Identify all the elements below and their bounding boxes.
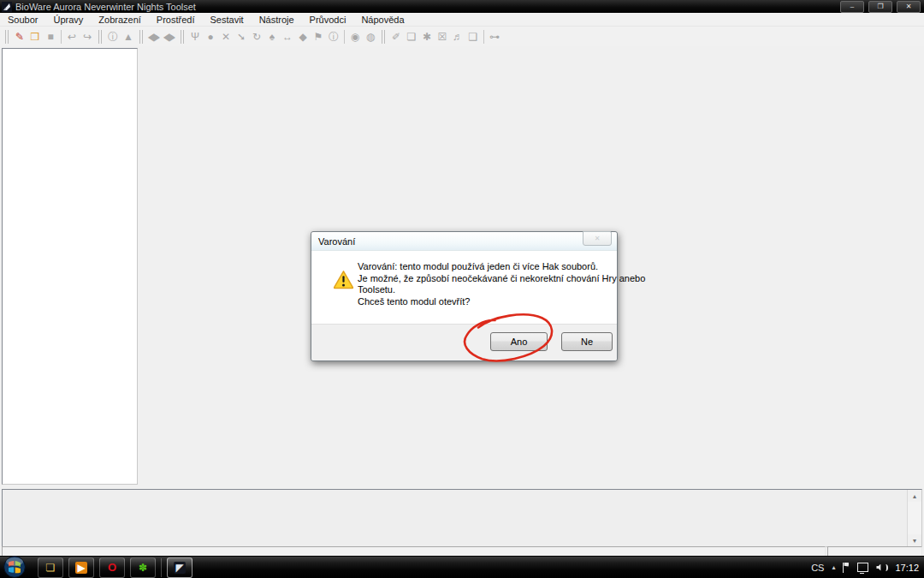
pointer-tool-icon[interactable]: ➘: [234, 29, 249, 45]
no-button[interactable]: Ne: [561, 332, 613, 351]
start-location-icon[interactable]: ⚑: [311, 29, 326, 45]
media-player-button[interactable]: ▶: [68, 557, 94, 578]
window-title: BioWare Aurora Neverwinter Nights Toolse…: [15, 2, 196, 12]
menu-nastroje[interactable]: Nástroje: [252, 15, 302, 25]
tray-overflow-icon[interactable]: ▴: [832, 563, 835, 571]
conversation-editor-icon[interactable]: ❏: [404, 29, 419, 45]
toolbar-grip: [98, 30, 102, 44]
erase-terrain-icon[interactable]: ✕: [218, 29, 234, 45]
redo-icon[interactable]: ↪: [80, 29, 95, 45]
screen: BioWare Aurora Neverwinter Nights Toolse…: [0, 0, 924, 578]
tile-properties-icon[interactable]: ⓘ: [326, 29, 341, 45]
dialog-message: Varování: tento modul používá jeden či v…: [358, 261, 645, 307]
dialog-body: Varování: tento modul používá jeden či v…: [311, 251, 617, 324]
app-glyph-icon: ◤: [174, 562, 186, 574]
message-line: Toolsetu.: [358, 284, 645, 296]
paint-trees-icon[interactable]: ♠: [264, 29, 280, 45]
menu-pruvodci[interactable]: Průvodci: [302, 15, 354, 25]
merchant-editor-icon[interactable]: ☒: [435, 29, 450, 45]
menu-upravy[interactable]: Úpravy: [45, 15, 91, 25]
dialog-title: Varování: [318, 236, 355, 247]
explorer-button[interactable]: ❏: [38, 557, 63, 578]
output-panel[interactable]: ▴ ▾: [2, 489, 922, 547]
stretch-tool-icon[interactable]: ↔: [280, 29, 295, 45]
resource-list-panel[interactable]: [2, 48, 138, 485]
dialog-footer: Ano Ne: [311, 324, 617, 361]
plot-wizard-icon[interactable]: ❑: [465, 29, 481, 45]
tray-clock[interactable]: 17:12: [895, 563, 919, 573]
toolbar: ✎❒■↩↪ⓘ▲◆◆Ψ●✕➘↻♠↔◆⚑ⓘ◉◍✐❏✱☒♬❑⊶: [0, 27, 924, 47]
warning-icon: [333, 270, 354, 291]
system-tray: CS ▴ 17:12: [811, 557, 919, 578]
menu-prostredi[interactable]: Prostředí: [149, 15, 203, 25]
yes-button[interactable]: Ano: [490, 332, 548, 351]
script-editor-icon[interactable]: ✐: [388, 29, 404, 45]
toolbar-separator: [483, 30, 484, 44]
network-icon[interactable]: [857, 563, 868, 572]
area-properties-icon[interactable]: ▲: [121, 29, 136, 45]
toolset-button[interactable]: ◤: [167, 557, 192, 578]
message-line: Varování: tento modul používá jeden či v…: [358, 261, 645, 273]
app-glyph-icon: ▶: [75, 562, 87, 574]
dialog-titlebar[interactable]: Varování ✕: [311, 232, 617, 251]
next-area-icon[interactable]: ◆: [158, 29, 181, 45]
menu-zobrazeni[interactable]: Zobrazení: [91, 15, 149, 25]
toolbar-grip: [382, 30, 385, 44]
message-line: Chceš tento modul otevřít?: [358, 296, 645, 308]
undo-icon[interactable]: ↩: [64, 29, 80, 45]
paint-terrain-icon[interactable]: Ψ: [187, 29, 203, 45]
menu-soubor[interactable]: Soubor: [0, 15, 45, 25]
show-ellipse-icon[interactable]: ◍: [363, 29, 378, 45]
toolset-app-icon: [2, 2, 12, 12]
action-center-icon[interactable]: [843, 563, 850, 573]
message-line: Je možné, že způsobí neočekávané či neko…: [358, 273, 645, 285]
new-module-icon[interactable]: ✎: [12, 29, 27, 45]
tray-language[interactable]: CS: [811, 563, 824, 573]
paint-groups-icon[interactable]: ●: [203, 29, 218, 45]
rotate-tool-icon[interactable]: ↻: [249, 29, 264, 45]
close-button[interactable]: ✕: [897, 1, 921, 13]
toolbar-grip: [181, 30, 184, 44]
taskbar-separator: [161, 558, 162, 577]
minimize-button[interactable]: –: [840, 1, 864, 13]
open-module-icon[interactable]: ❒: [27, 29, 43, 45]
opera-button[interactable]: O: [99, 557, 125, 578]
toolbar-separator: [344, 30, 345, 44]
warning-dialog: Varování ✕ Varování: tento modul používá…: [311, 231, 618, 361]
paint-tiles-icon[interactable]: ◆: [295, 29, 311, 45]
dialog-close-button[interactable]: ✕: [583, 231, 612, 246]
sound-editor-icon[interactable]: ♬: [450, 29, 465, 45]
taskbar: ❏▶O✽◤ CS ▴ 17:12: [0, 556, 924, 578]
menu-napoveda[interactable]: Nápověda: [353, 15, 412, 25]
output-scrollbar[interactable]: ▴ ▾: [907, 490, 921, 546]
app-glyph-icon: ✽: [137, 562, 149, 574]
save-module-icon[interactable]: ■: [43, 29, 58, 45]
app-glyph-icon: ❏: [44, 562, 56, 574]
taskbar-apps: ❏▶O✽◤: [38, 557, 192, 577]
toolbar-grip: [5, 30, 9, 44]
window-titlebar: BioWare Aurora Neverwinter Nights Toolse…: [0, 0, 924, 13]
module-properties-icon[interactable]: ⓘ: [105, 29, 121, 45]
start-button[interactable]: [3, 556, 26, 578]
menu-sestavit[interactable]: Sestavit: [203, 15, 252, 25]
app-glyph-icon: O: [106, 562, 118, 574]
visibility-icon[interactable]: ◉: [347, 29, 363, 45]
verify-module-icon[interactable]: ⊶: [487, 29, 502, 45]
scroll-down-icon[interactable]: ▾: [908, 534, 921, 546]
restore-button[interactable]: ❐: [868, 1, 892, 13]
menu-bar: SouborÚpravyZobrazeníProstředíSestavitNá…: [0, 13, 924, 27]
window-controls: – ❐ ✕: [840, 1, 921, 13]
scroll-up-icon[interactable]: ▴: [908, 490, 921, 502]
app-glyph-icon: [156, 562, 168, 574]
icq-button[interactable]: ✽: [130, 557, 156, 578]
journal-editor-icon[interactable]: ✱: [419, 29, 435, 45]
volume-icon[interactable]: [876, 563, 887, 572]
toolbar-separator: [61, 30, 62, 44]
